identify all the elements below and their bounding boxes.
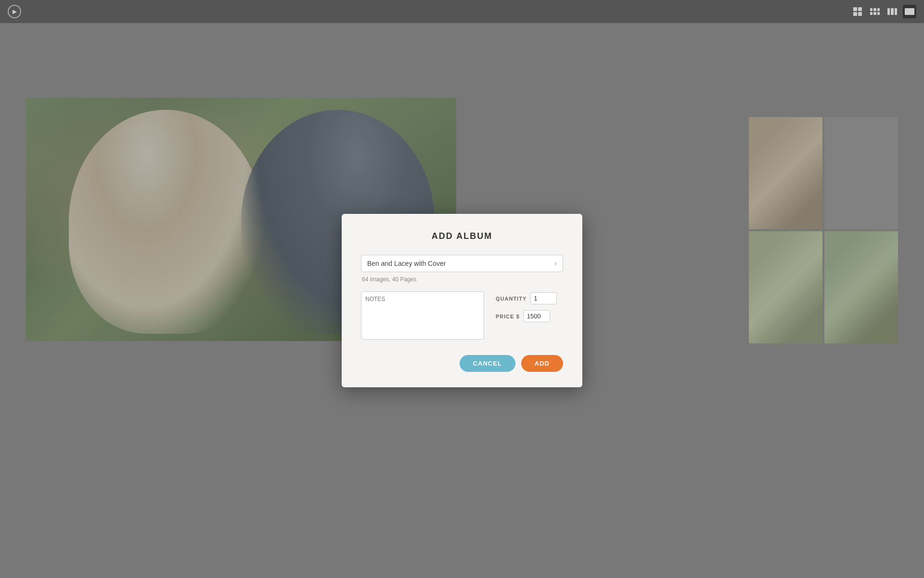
right-fields: QUANTITY PRICE $ [496,291,563,342]
grid4-icon [853,7,862,16]
grid3-view-button[interactable] [868,5,882,18]
price-row: PRICE $ [496,310,563,322]
notes-area [361,291,484,342]
toolbar-right [851,5,916,18]
modal-overlay: ADD ALBUM Ben and Lacey with Cover › 64 … [0,23,924,578]
toolbar-left: ▶ [8,5,21,18]
album-selector[interactable]: Ben and Lacey with Cover › [361,255,563,272]
add-album-modal: ADD ALBUM Ben and Lacey with Cover › 64 … [342,214,582,387]
single-view-button[interactable] [903,5,916,18]
price-label: PRICE $ [496,314,520,319]
notes-input[interactable] [361,291,484,340]
album-info: 64 Images, 40 Pages [361,276,563,283]
modal-title: ADD ALBUM [361,231,563,241]
grid3-icon [870,8,880,15]
quantity-input[interactable] [530,292,557,304]
single-icon [905,8,914,15]
add-button[interactable]: ADD [521,355,563,372]
grid4-view-button[interactable] [851,5,864,18]
toolbar: ▶ [0,0,924,23]
play-button[interactable]: ▶ [8,5,21,18]
form-row: QUANTITY PRICE $ [361,291,563,342]
modal-actions: CANCEL ADD [361,355,563,372]
main-area: ADD ALBUM Ben and Lacey with Cover › 64 … [0,23,924,578]
strip-view-button[interactable] [886,5,899,18]
price-input[interactable] [524,310,550,322]
strip-icon [887,8,897,15]
album-selector-arrow-icon: › [554,259,557,268]
play-icon: ▶ [13,8,17,15]
cancel-button[interactable]: CANCEL [460,355,515,372]
quantity-row: QUANTITY [496,292,563,304]
quantity-label: QUANTITY [496,296,526,302]
album-name: Ben and Lacey with Cover [367,260,554,267]
